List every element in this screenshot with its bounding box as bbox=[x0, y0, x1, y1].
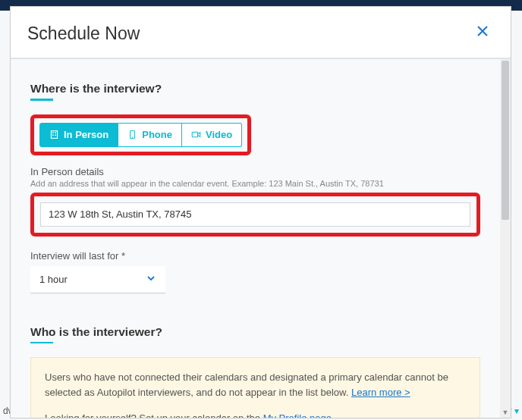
modal-header: Schedule Now bbox=[11, 7, 511, 59]
scrollbar-down-arrow[interactable]: ▼ bbox=[502, 409, 509, 416]
svg-rect-4 bbox=[55, 135, 56, 136]
duration-select[interactable]: 1 hour bbox=[30, 266, 165, 293]
tab-video-label: Video bbox=[206, 129, 232, 140]
svg-point-6 bbox=[132, 136, 133, 137]
in-person-details-label: In Person details bbox=[30, 166, 480, 177]
schedule-now-modal: Schedule Now Where is the interview? In … bbox=[10, 6, 511, 418]
section-heading-where: Where is the interview? bbox=[30, 82, 162, 96]
phone-icon bbox=[127, 130, 137, 139]
in-person-details-help: Add an address that will appear in the c… bbox=[30, 179, 480, 188]
duration-label: Interview will last for * bbox=[30, 250, 480, 262]
modal-scroll-area: Where is the interview? In Person Phone bbox=[11, 59, 511, 418]
notice-text-2: Looking for yourself? Set up your calend… bbox=[45, 412, 263, 418]
section-where: Where is the interview? In Person Phone bbox=[30, 82, 480, 293]
section-heading-who: Who is the interviewer? bbox=[30, 325, 162, 339]
highlight-interview-type: In Person Phone Video bbox=[30, 114, 251, 155]
heading-underline bbox=[30, 342, 53, 344]
tab-phone-label: Phone bbox=[142, 129, 172, 140]
modal-title: Schedule Now bbox=[27, 24, 140, 44]
address-input[interactable] bbox=[40, 202, 470, 227]
interview-type-segmented: In Person Phone Video bbox=[39, 123, 242, 147]
svg-rect-2 bbox=[55, 132, 56, 133]
video-icon bbox=[191, 130, 201, 139]
scrollbar-track[interactable]: ▼ bbox=[500, 59, 511, 418]
learn-more-link[interactable]: Learn more > bbox=[351, 387, 410, 398]
building-icon bbox=[49, 130, 59, 139]
modal-content: Where is the interview? In Person Phone bbox=[11, 59, 500, 418]
svg-rect-0 bbox=[51, 131, 57, 139]
tab-phone[interactable]: Phone bbox=[118, 123, 182, 147]
my-profile-link[interactable]: My Profile page bbox=[263, 412, 332, 418]
scrollbar-thumb[interactable] bbox=[502, 61, 509, 220]
svg-rect-3 bbox=[52, 135, 54, 136]
tab-video[interactable]: Video bbox=[182, 123, 242, 147]
close-icon bbox=[477, 26, 488, 36]
chevron-down-icon bbox=[146, 273, 156, 286]
heading-underline bbox=[30, 99, 53, 101]
close-button[interactable] bbox=[473, 24, 492, 40]
tab-in-person[interactable]: In Person bbox=[39, 123, 118, 147]
section-who: Who is the interviewer? Users who have n… bbox=[30, 325, 480, 418]
svg-rect-1 bbox=[52, 132, 54, 133]
duration-value: 1 hour bbox=[39, 274, 68, 285]
tab-in-person-label: In Person bbox=[64, 129, 108, 140]
svg-rect-7 bbox=[192, 132, 197, 137]
calendar-notice: Users who have not connected their calen… bbox=[30, 357, 480, 418]
highlight-address-input bbox=[30, 193, 480, 237]
